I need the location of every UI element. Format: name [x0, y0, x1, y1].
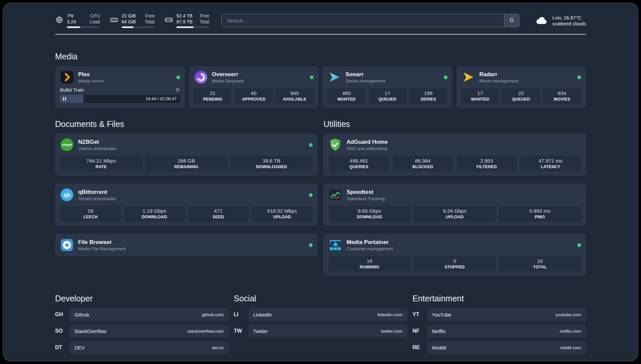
now-playing-widget: Bullet Train ⚙ 24:44 / 02:06:47 — [60, 87, 180, 103]
disk-metric: 52.4 TB Free 97.9 TB Total — [165, 13, 209, 28]
stat-tile: 1.19 GbpsDOWNLOAD — [124, 206, 185, 222]
cpu-metric: 7% CPU 3.24 Load — [55, 13, 100, 28]
radarr-icon — [461, 70, 475, 84]
portainer-icon — [328, 238, 342, 252]
stat-tile: 47.571 msLATENCY — [520, 156, 581, 171]
stat-tile: 744.21 MbpsRATE — [60, 156, 142, 171]
top-bar: 7% CPU 3.24 Load — [55, 13, 586, 28]
disk-progress-bar — [176, 26, 209, 28]
stat-tile: 9.24 GbpsUPLOAD — [413, 206, 496, 222]
bookmarks-entertainment: Entertainment YT YouTubeyoutube.com NF N… — [412, 294, 586, 354]
app-name: Speedtest — [347, 189, 385, 196]
app-card-qbittorrent[interactable]: qb qBittorrent Torrent downloader 16LEEC… — [55, 184, 318, 226]
stat-tile: 21PENDING — [194, 88, 232, 104]
app-name: File Browser — [78, 239, 126, 246]
settings-gear-icon[interactable]: ⚙ — [175, 87, 180, 93]
app-card-overseerr[interactable]: Overseerr Media Requests 21PENDING 40APP… — [189, 66, 319, 108]
stat-tile: 17QUEUED — [368, 88, 406, 104]
app-name: Sonarr — [346, 71, 385, 78]
stat-tile: 485WANTED — [327, 88, 365, 104]
bookmark-github[interactable]: GH Githubgithub.com — [55, 308, 229, 321]
app-card-nzbget[interactable]: nzbget NZBGet Usenet downloader 744.21 M… — [55, 134, 318, 176]
stat-tile: 17WANTED — [461, 88, 499, 104]
status-dot — [577, 243, 581, 247]
weather-location: Lviv, 16.87°C — [552, 15, 586, 20]
stat-tile: 16TOTAL — [499, 256, 581, 272]
app-card-adguard[interactable]: AdGuard Home DNS and adblocking 498,461Q… — [323, 134, 586, 176]
stat-tile: 834MOVIES — [543, 88, 581, 104]
status-dot — [577, 76, 581, 79]
playback-progress-bar[interactable]: 24:44 / 02:06:47 — [60, 95, 180, 103]
bookmark-reddit[interactable]: RE Redditreddit.com — [412, 341, 586, 354]
ram-total-value: 64 GiB — [122, 19, 136, 25]
stat-tile: 945AVAILABLE — [276, 88, 314, 104]
bookmark-stackoverflow[interactable]: SO StackOverflowstackoverflow.com — [55, 324, 229, 338]
disk-total-label: Total — [199, 19, 209, 25]
svg-text:qb: qb — [64, 192, 70, 198]
app-subtitle: Torrent downloader — [78, 196, 116, 201]
media-card-grid: Plex Media server Bullet Train ⚙ 24:44 /… — [55, 66, 586, 108]
app-card-radarr[interactable]: Radarr Movie management 17WANTED 22QUEUE… — [456, 66, 586, 108]
stat-tile: 16RUNNING — [328, 256, 411, 272]
section-title-social: Social — [234, 294, 407, 303]
app-name: Overseerr — [212, 71, 244, 78]
app-name: AdGuard Home — [347, 139, 388, 145]
section-title-utilities: Utilities — [323, 119, 586, 129]
status-dot — [176, 76, 180, 79]
ram-total-label: Total — [145, 19, 155, 25]
nzbget-icon: nzbget — [60, 138, 74, 152]
weather-condition: scattered clouds — [552, 21, 586, 26]
app-card-sonarr[interactable]: Sonarr Series management 485WANTED 17QUE… — [322, 66, 452, 108]
now-playing-title: Bullet Train — [60, 87, 84, 93]
ram-free-label: Free — [145, 13, 155, 19]
app-name: Media Portainer — [347, 239, 393, 246]
pause-icon[interactable] — [63, 97, 66, 101]
weather-widget[interactable]: Lviv, 16.87°C scattered clouds — [534, 14, 586, 27]
section-title-media: Media — [55, 52, 586, 61]
search-input[interactable] — [221, 14, 504, 27]
section-title-developer: Developer — [55, 294, 229, 303]
disk-free-label: Free — [200, 13, 209, 19]
bookmark-dev[interactable]: DT DEVdev.to — [55, 341, 229, 354]
stat-tile: 22QUEUED — [502, 88, 540, 104]
app-subtitle: Media Requests — [212, 78, 244, 83]
bookmark-netflix[interactable]: NF Netflixnetflix.com — [412, 324, 586, 338]
disk-total-value: 97.9 TB — [176, 19, 193, 25]
bookmark-twitter[interactable]: TW Twittertwitter.com — [234, 324, 407, 338]
stat-tile: 266 GBREMAINING — [145, 156, 227, 171]
stat-tile: 0STOPPED — [413, 256, 496, 272]
topbar-divider — [55, 34, 586, 35]
app-card-speedtest[interactable]: Speedtest Speedtest Tracking 9.65 GbpsDO… — [323, 184, 586, 226]
app-subtitle: Media File Management — [78, 246, 126, 251]
app-subtitle: DNS and adblocking — [347, 146, 388, 151]
cpu-load-value: 3.24 — [67, 19, 76, 25]
ram-icon — [110, 13, 118, 24]
app-card-plex[interactable]: Plex Media server Bullet Train ⚙ 24:44 /… — [55, 66, 185, 108]
filebrowser-icon — [60, 238, 74, 252]
bookmark-linkedin[interactable]: LI LinkedInlinkedin.com — [234, 308, 407, 321]
adguard-icon — [328, 138, 342, 152]
section-title-entertainment: Entertainment — [412, 294, 586, 303]
app-name: Radarr — [479, 71, 519, 78]
search-bar: G — [221, 14, 519, 27]
app-name: NZBGet — [78, 139, 116, 145]
sonarr-icon — [327, 70, 341, 84]
stat-tile: 40APPROVED — [235, 88, 273, 104]
stat-tile: 16LEECH — [60, 206, 121, 222]
app-card-portainer[interactable]: Media Portainer Container management 16R… — [323, 234, 586, 276]
ram-free-value: 22 GiB — [122, 13, 136, 19]
disk-icon — [165, 13, 173, 24]
app-subtitle: Usenet downloader — [78, 146, 116, 151]
system-metrics: 7% CPU 3.24 Load — [55, 13, 209, 28]
plex-icon — [60, 70, 74, 84]
search-engine-button[interactable]: G — [504, 14, 519, 27]
bookmark-youtube[interactable]: YT YouTubeyoutube.com — [412, 308, 586, 321]
section-utilities: Utilities — [323, 119, 586, 276]
dashboard: 7% CPU 3.24 Load — [3, 3, 638, 361]
stat-tile: 2,953FILTERED — [456, 156, 517, 171]
stat-tile: 0.993 msPING — [499, 206, 581, 222]
app-subtitle: Speedtest Tracking — [347, 196, 385, 201]
qbittorrent-icon: qb — [60, 188, 74, 202]
app-card-filebrowser[interactable]: File Browser Media File Management — [55, 234, 318, 256]
stat-tile: 498,461QUERIES — [328, 156, 389, 171]
